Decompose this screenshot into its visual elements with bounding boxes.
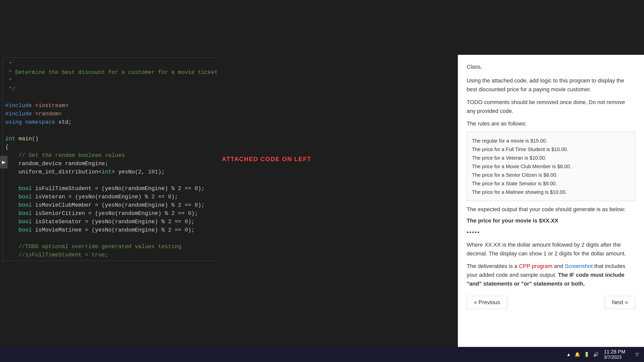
instructions-todo: TODO comments should be removed once don… [467, 98, 635, 115]
code-text: * * Determine the best discount for a cu… [3, 60, 221, 261]
taskbar-date: 3/7/2023 [604, 355, 630, 360]
nav-buttons-container: « Previous Next » [467, 296, 635, 309]
previous-button[interactable]: « Previous [467, 296, 507, 309]
next-button[interactable]: Next » [605, 296, 635, 309]
and-connector: and [554, 263, 563, 269]
taskbar-icon-1: ▲ [567, 352, 571, 357]
screenshot-link[interactable]: Screenshot [565, 263, 593, 269]
rule-2: The price for a Full Time Student is $10… [472, 145, 630, 154]
taskbar-icon-3: 🔋 [584, 352, 589, 357]
code-content[interactable]: * * Determine the best discount for a cu… [3, 58, 221, 261]
instructions-panel[interactable]: Class, Using the attached code, add logi… [458, 55, 644, 347]
deliverables-intro: The deliverables is a [467, 263, 517, 269]
deliverables-text: The deliverables is a CPP program and Sc… [467, 262, 635, 288]
rules-box: The regular for a movie is $15.00. The p… [467, 132, 635, 201]
taskbar-time: 11:28 PM [604, 349, 625, 355]
taskbar-icons: ▲ 🔔 🔋 🔊 [567, 352, 599, 357]
rule-5: The price for a Senior Citizen is $8.00. [472, 171, 630, 179]
taskbar: ▲ 🔔 🔋 🔊 11:28 PM 3/7/2023 ▽ [0, 347, 644, 362]
rule-1: The regular for a movie is $15.00. [472, 137, 630, 145]
code-panel: * * Determine the best discount for a cu… [3, 57, 221, 261]
taskbar-icon-4: 🔊 [593, 352, 599, 357]
attached-notice-text: ATTACHED CODE ON LEFT [222, 156, 311, 163]
taskbar-icon-2: 🔔 [575, 352, 580, 357]
rules-title: The rules are as follows: [467, 119, 635, 128]
rule-7: The price for a Matinee showing is $10.0… [472, 188, 630, 196]
rule-3: The price for a Veteran is $10.00. [472, 154, 630, 162]
instructions-title: Class, [467, 62, 635, 71]
taskbar-notification-icon: ▽ [635, 352, 639, 357]
output-dots: ••••• [467, 228, 635, 237]
rule-6: The price for a State Senator is $9.00. [472, 179, 630, 188]
top-bar [0, 0, 644, 55]
description-text: Where XX.XX is the dollar amount followe… [467, 240, 635, 258]
instructions-body: Using the attached code, add logic to th… [467, 76, 635, 94]
attached-notice-area: ATTACHED CODE ON LEFT [219, 57, 314, 261]
cpp-program-link[interactable]: CPP program [519, 263, 552, 269]
expected-output-title: The expected output that your code shoul… [467, 205, 635, 214]
taskbar-time-date: 11:28 PM 3/7/2023 [604, 349, 630, 360]
side-arrow-button[interactable]: ▶ [0, 156, 8, 168]
output-line-bold: The price for your movie is $XX.XX [467, 216, 635, 225]
rule-4: The price for a Movie Club Member is $8.… [472, 162, 630, 171]
